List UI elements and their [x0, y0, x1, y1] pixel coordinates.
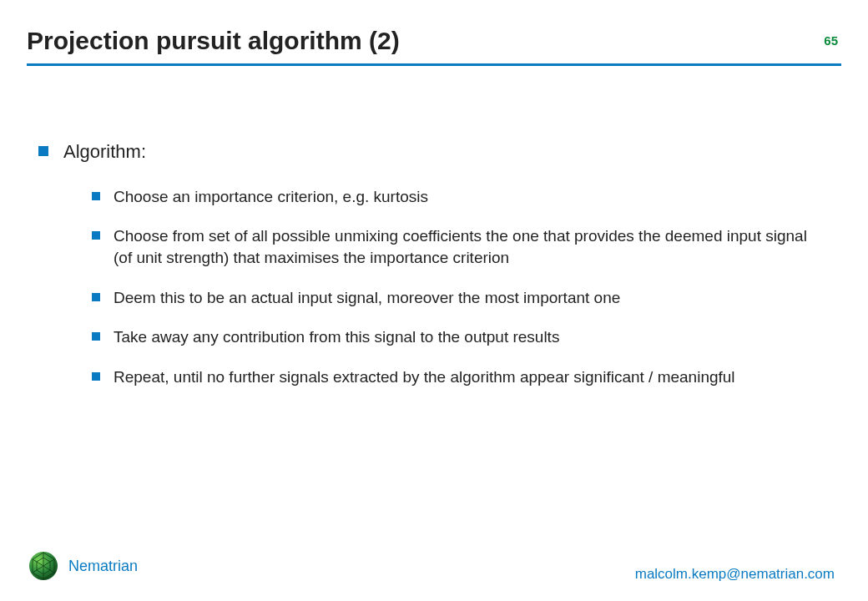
- list-item: Deem this to be an actual input signal, …: [63, 287, 826, 309]
- list-item: Choose an importance criterion, e.g. kur…: [63, 186, 826, 208]
- list-item-label: Choose an importance criterion, e.g. kur…: [114, 188, 428, 205]
- list-item-label: Take away any contribution from this sig…: [114, 328, 559, 346]
- list-item: Choose from set of all possible unmixing…: [63, 225, 826, 268]
- contact-email: malcolm.kemp@nematrian.com: [635, 566, 835, 583]
- list-item: Repeat, until no further signals extract…: [63, 366, 826, 388]
- bullet-list-level1: Algorithm: Choose an importance criterio…: [35, 140, 826, 387]
- list-item: Take away any contribution from this sig…: [63, 326, 826, 348]
- footer: Nematrian malcolm.kemp@nematrian.com: [27, 549, 835, 583]
- bullet-list-level2: Choose an importance criterion, e.g. kur…: [63, 186, 826, 388]
- list-item-label: Repeat, until no further signals extract…: [114, 368, 735, 386]
- list-item-label: Algorithm:: [63, 141, 146, 162]
- brand-name: Nematrian: [68, 558, 138, 575]
- brand: Nematrian: [27, 549, 138, 583]
- list-item: Algorithm: Choose an importance criterio…: [35, 140, 826, 387]
- page-number: 65: [824, 33, 838, 48]
- page-title: Projection pursuit algorithm (2): [27, 27, 841, 55]
- slide: Projection pursuit algorithm (2) 65 Algo…: [0, 0, 868, 601]
- logo-icon: [27, 549, 60, 583]
- body: Algorithm: Choose an importance criterio…: [35, 140, 826, 409]
- header: Projection pursuit algorithm (2) 65: [27, 27, 841, 66]
- list-item-label: Deem this to be an actual input signal, …: [114, 289, 620, 306]
- list-item-label: Choose from set of all possible unmixing…: [114, 227, 807, 266]
- title-rule: [27, 63, 841, 66]
